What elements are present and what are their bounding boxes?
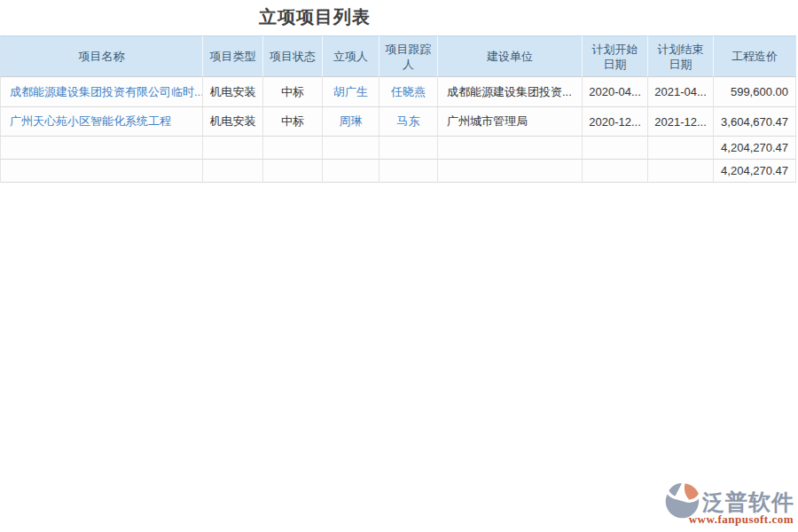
cell-grand-total: 4,204,270.47 [714, 160, 796, 183]
summary-row: 4,204,270.47 [0, 160, 796, 183]
project-list-page: 立项项目列表 项目名称 项目类型 项目状态 立项人 项目跟踪人 建设单位 计划开… [0, 0, 798, 532]
creator-link[interactable]: 胡广生 [333, 85, 368, 98]
cell-project-type: 机电安装 [203, 77, 263, 107]
col-header-project-status: 项目状态 [263, 35, 323, 77]
cell-plan-end: 2021-12... [648, 107, 714, 137]
cell-plan-end: 2021-04... [648, 77, 714, 107]
cell-project-name [0, 160, 203, 183]
cell-project-status [263, 137, 323, 160]
cell-project-status: 中标 [263, 77, 323, 107]
cell-build-unit [438, 160, 583, 183]
cell-creator [323, 137, 379, 160]
cell-page-total: 4,204,270.47 [714, 137, 796, 160]
cell-tracker [379, 160, 438, 183]
table-header-row: 项目名称 项目类型 项目状态 立项人 项目跟踪人 建设单位 计划开始日期 计划结… [0, 35, 796, 77]
cell-build-unit: 成都能源建设集团投资... [438, 77, 583, 107]
tracker-link[interactable]: 马东 [397, 114, 420, 128]
cell-plan-start [583, 160, 648, 183]
cell-project-status: 中标 [263, 107, 323, 137]
cell-project-name: 成都能源建设集团投资有限公司临时... [0, 77, 203, 107]
col-header-plan-start: 计划开始日期 [583, 35, 648, 77]
cell-project-status [263, 160, 323, 183]
tracker-link[interactable]: 任晓燕 [391, 85, 426, 98]
col-header-project-type: 项目类型 [203, 35, 263, 77]
table-row: 成都能源建设集团投资有限公司临时... 机电安装 中标 胡广生 任晓燕 成都能源… [0, 77, 796, 107]
fanpu-brand-text: 泛普软件 [702, 489, 794, 515]
cell-creator: 胡广生 [323, 77, 379, 107]
creator-link[interactable]: 周琳 [340, 114, 363, 128]
cell-plan-end [648, 160, 714, 183]
cell-creator: 周琳 [323, 107, 379, 137]
page-title: 立项项目列表 [0, 5, 630, 29]
col-header-tracker: 项目跟踪人 [379, 35, 438, 77]
cell-plan-end [648, 137, 714, 160]
cell-plan-start: 2020-04... [583, 77, 648, 107]
cell-project-cost: 3,604,670.47 [714, 107, 796, 137]
project-name-link[interactable]: 广州天心苑小区智能化系统工程 [10, 114, 171, 128]
project-name-link[interactable]: 成都能源建设集团投资有限公司临时... [10, 85, 203, 98]
cell-build-unit: 广州城市管理局 [438, 107, 583, 137]
cell-project-type [203, 137, 263, 160]
fanpu-watermark: 泛普软件 www.fanpusoft.com [663, 481, 794, 527]
cell-build-unit [438, 137, 583, 160]
cell-tracker: 任晓燕 [379, 77, 438, 107]
summary-row: 4,204,270.47 [0, 137, 796, 160]
col-header-build-unit: 建设单位 [438, 35, 583, 77]
cell-project-type: 机电安装 [203, 107, 263, 137]
cell-creator [323, 160, 379, 183]
cell-tracker: 马东 [379, 107, 438, 137]
fanpu-url-text: www.fanpusoft.com [689, 512, 794, 527]
col-header-project-name: 项目名称 [0, 35, 203, 77]
cell-project-cost: 599,600.00 [714, 77, 796, 107]
col-header-creator: 立项人 [323, 35, 379, 77]
col-header-project-cost: 工程造价 [714, 35, 796, 77]
cell-plan-start: 2020-12... [583, 107, 648, 137]
cell-project-name [0, 137, 203, 160]
cell-project-name: 广州天心苑小区智能化系统工程 [0, 107, 203, 137]
cell-plan-start [583, 137, 648, 160]
table-row: 广州天心苑小区智能化系统工程 机电安装 中标 周琳 马东 广州城市管理局 202… [0, 107, 796, 137]
col-header-plan-end: 计划结束日期 [648, 35, 714, 77]
project-list-table: 项目名称 项目类型 项目状态 立项人 项目跟踪人 建设单位 计划开始日期 计划结… [0, 35, 796, 183]
cell-project-type [203, 160, 263, 183]
cell-tracker [379, 137, 438, 160]
